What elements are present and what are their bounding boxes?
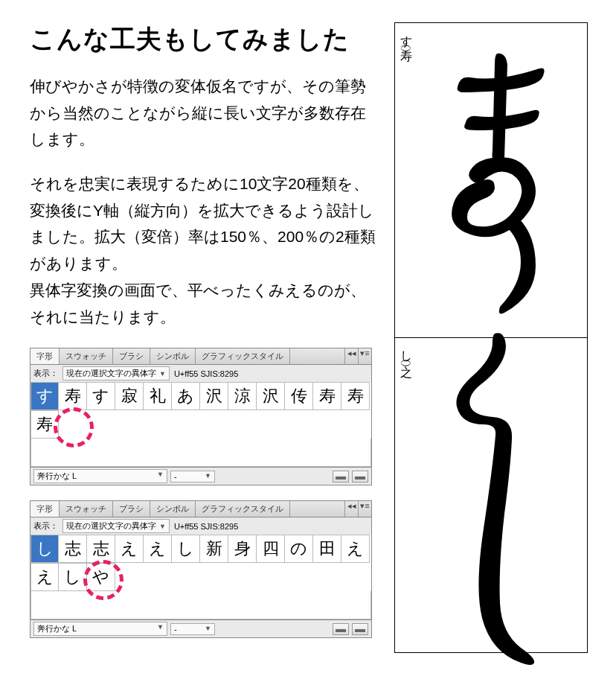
glyph-cell[interactable]: 寿	[341, 382, 370, 410]
glyph-cell[interactable]: す	[87, 382, 115, 410]
glyph-cell[interactable]: え	[144, 535, 172, 563]
variant-select[interactable]: 現在の選択文字の異体字 ▼	[62, 366, 170, 380]
chevron-down-icon: ▼	[157, 471, 164, 482]
zoom-out-button[interactable]	[333, 623, 349, 635]
zoom-in-button[interactable]	[352, 623, 368, 635]
glyph-cell[interactable]: え	[31, 563, 59, 591]
tab-graphic-styles[interactable]: グラフィックスタイル	[196, 348, 290, 364]
glyph-grid-1: す寿す寂礼あ沢涼沢传寿寿 寿	[30, 382, 372, 468]
glyph-cell[interactable]: 寿	[313, 382, 341, 410]
panel-menu-icon[interactable]: ▾≡	[358, 501, 371, 517]
glyph-cell[interactable]: 志	[87, 535, 115, 563]
glyph-cell[interactable]: し	[31, 535, 59, 563]
glyph-cell[interactable]: 沢	[200, 382, 228, 410]
show-label: 表示：	[33, 368, 58, 379]
glyph-cell[interactable]: 志	[59, 535, 87, 563]
chevron-down-icon: ▼	[159, 523, 166, 530]
glyph-cell[interactable]: え	[341, 535, 370, 563]
sample-shi-glyph	[424, 320, 558, 670]
glyph-cell[interactable]: 寿	[59, 382, 87, 410]
font-select[interactable]: 奔行かな L ▼	[33, 622, 167, 636]
glyph-cell[interactable]: え	[115, 535, 144, 563]
glyph-cell[interactable]: 新	[200, 535, 228, 563]
glyph-panel-2: 字形 スウォッチ ブラシ シンボル グラフィックスタイル ◂◂ ▾≡ 表示： 現…	[30, 500, 372, 638]
paragraph-2-a: それを忠実に表現するために10文字20種類を、変換後にY軸（縦方向）を拡大できる…	[30, 175, 376, 272]
style-select[interactable]: - ▼	[170, 471, 215, 482]
chevron-down-icon: ▼	[157, 623, 164, 634]
font-name: 奔行かな L	[37, 471, 77, 482]
sample-su: す（寿）	[394, 22, 588, 338]
style-placeholder: -	[174, 625, 177, 634]
codepoint-text: U+ff55 SJIS:8295	[174, 369, 238, 378]
chevron-down-icon: ▼	[205, 625, 211, 634]
sample-shi: し（之）	[394, 337, 588, 653]
glyph-cell[interactable]: 寿	[31, 410, 59, 439]
show-label: 表示：	[33, 520, 58, 532]
glyph-cell[interactable]: 沢	[257, 382, 285, 410]
tab-swatches[interactable]: スウォッチ	[60, 501, 113, 517]
style-select[interactable]: - ▼	[170, 623, 215, 635]
glyph-panel-1: 字形 スウォッチ ブラシ シンボル グラフィックスタイル ◂◂ ▾≡ 表示： 現…	[30, 348, 372, 485]
glyph-cell[interactable]: 涼	[228, 382, 257, 410]
panel-footer: 奔行かな L ▼ - ▼	[30, 468, 372, 485]
panel-subbar: 表示： 現在の選択文字の異体字 ▼ U+ff55 SJIS:8295	[30, 365, 372, 382]
glyph-cell[interactable]: 四	[257, 535, 285, 563]
glyph-cell[interactable]: し	[59, 563, 87, 591]
font-name: 奔行かな L	[37, 623, 77, 634]
variant-select[interactable]: 現在の選択文字の異体字 ▼	[62, 519, 170, 533]
tab-brushes[interactable]: ブラシ	[113, 501, 150, 517]
paragraph-2-b: 異体字変換の画面で、平べったくみえるのが、それに当たります。	[30, 281, 366, 325]
panel-collapse-icon[interactable]: ◂◂	[344, 501, 358, 517]
tab-glyphs[interactable]: 字形	[31, 501, 60, 517]
sample-shi-label: し（之）	[400, 342, 414, 356]
variant-select-text: 現在の選択文字の異体字	[66, 368, 156, 379]
tab-graphic-styles[interactable]: グラフィックスタイル	[196, 501, 290, 517]
glyph-cell[interactable]: す	[31, 382, 59, 410]
tab-symbols[interactable]: シンボル	[150, 348, 196, 364]
chevron-down-icon: ▼	[159, 370, 166, 377]
heading: こんな工夫もしてみました	[30, 22, 379, 57]
panel-tabs: 字形 スウォッチ ブラシ シンボル グラフィックスタイル ◂◂ ▾≡	[30, 348, 372, 365]
panel-subbar: 表示： 現在の選択文字の異体字 ▼ U+ff55 SJIS:8295	[30, 517, 372, 535]
sample-su-glyph	[424, 46, 558, 314]
glyph-grid-2: し志志ええし新身四の田え えしや	[30, 535, 372, 620]
panel-tabs: 字形 スウォッチ ブラシ シンボル グラフィックスタイル ◂◂ ▾≡	[30, 500, 372, 517]
tab-brushes[interactable]: ブラシ	[113, 348, 150, 364]
paragraph-1: 伸びやかさが特徴の変体仮名ですが、その筆勢から当然のことながら縦に長い文字が多数…	[30, 73, 379, 153]
glyph-cell[interactable]: や	[87, 563, 115, 591]
glyph-cell[interactable]: 礼	[144, 382, 172, 410]
tab-symbols[interactable]: シンボル	[150, 501, 196, 517]
tab-glyphs[interactable]: 字形	[31, 348, 60, 364]
panel-menu-icon[interactable]: ▾≡	[358, 348, 371, 364]
variant-select-text: 現在の選択文字の異体字	[66, 520, 156, 532]
glyph-cell[interactable]: 传	[285, 382, 313, 410]
chevron-down-icon: ▼	[205, 472, 211, 481]
glyph-cell[interactable]: 身	[228, 535, 257, 563]
zoom-in-button[interactable]	[352, 471, 368, 482]
glyph-cell[interactable]: あ	[172, 382, 200, 410]
glyph-cell[interactable]: 田	[313, 535, 341, 563]
tab-swatches[interactable]: スウォッチ	[60, 348, 113, 364]
glyph-cell[interactable]: し	[172, 535, 200, 563]
panel-collapse-icon[interactable]: ◂◂	[344, 348, 358, 364]
codepoint-text: U+ff55 SJIS:8295	[174, 522, 238, 531]
font-select[interactable]: 奔行かな L ▼	[33, 469, 167, 483]
style-placeholder: -	[174, 472, 177, 481]
sample-su-label: す（寿）	[400, 28, 414, 41]
glyph-cell[interactable]: 寂	[115, 382, 144, 410]
zoom-out-button[interactable]	[333, 471, 349, 482]
paragraph-2: それを忠実に表現するために10文字20種類を、変換後にY軸（縦方向）を拡大できる…	[30, 171, 379, 330]
panel-footer: 奔行かな L ▼ - ▼	[30, 620, 372, 638]
glyph-cell[interactable]: の	[285, 535, 313, 563]
